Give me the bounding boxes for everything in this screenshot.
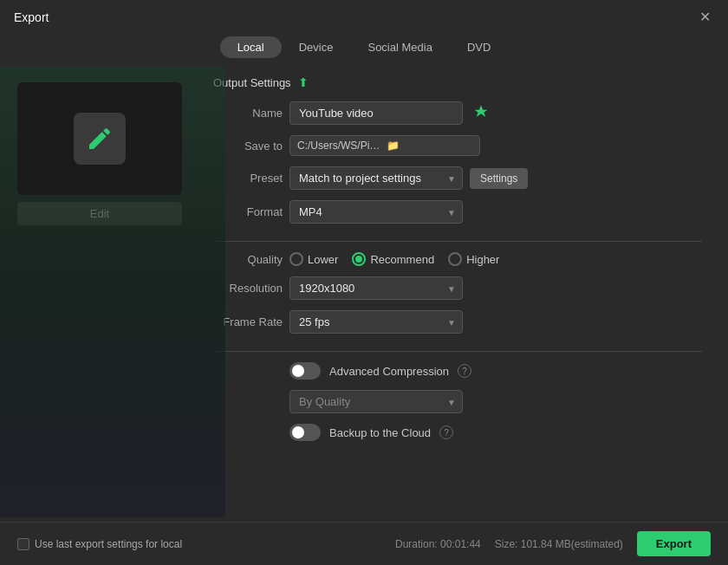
right-panel: Output Settings ⬆ Name Save to C:/Users/… — [205, 75, 711, 509]
advanced-compression-toggle[interactable] — [289, 362, 321, 380]
duration-info: Duration: 00:01:44 — [395, 538, 481, 550]
resolution-row: Resolution 1920x1080 ▼ — [213, 276, 702, 300]
radio-recommend — [352, 252, 366, 266]
name-row: Name — [213, 101, 702, 125]
preview-icon-container — [74, 113, 126, 165]
preset-select[interactable]: Match to project settings — [289, 166, 463, 190]
tab-bar: Local Device Social Media DVD — [0, 31, 728, 67]
resolution-select[interactable]: 1920x1080 — [289, 276, 463, 300]
format-select-wrap: MP4 ▼ — [289, 200, 463, 224]
title-bar: Export ✕ — [0, 0, 728, 31]
folder-icon[interactable]: 📁 — [387, 140, 472, 152]
ai-button[interactable] — [470, 102, 492, 124]
backup-cloud-row: Backup to the Cloud ? — [213, 424, 702, 441]
export-button[interactable]: Export — [637, 531, 711, 556]
divider-1 — [213, 241, 702, 242]
frame-rate-select[interactable]: 25 fps — [289, 310, 463, 334]
output-settings-header: Output Settings ⬆ — [213, 75, 702, 89]
last-export-label: Use last export settings for local — [35, 538, 182, 550]
last-export-checkbox[interactable] — [17, 538, 29, 550]
by-quality-select[interactable]: By Quality — [289, 390, 463, 413]
backup-cloud-label: Backup to the Cloud — [329, 426, 431, 439]
preset-select-wrap: Match to project settings ▼ — [289, 166, 463, 190]
path-value: C:/Users/WS/Pictures/marvel — [297, 140, 383, 152]
backup-cloud-toggle[interactable] — [289, 424, 321, 441]
quality-higher-label: Higher — [466, 253, 499, 266]
format-row: Format MP4 ▼ — [213, 200, 702, 224]
path-input[interactable]: C:/Users/WS/Pictures/marvel 📁 — [289, 135, 480, 156]
left-panel: Edit — [17, 75, 191, 513]
modal-title: Export — [14, 10, 49, 24]
quality-lower-label: Lower — [308, 253, 338, 266]
by-quality-select-wrap: By Quality ▼ — [289, 390, 463, 413]
frame-rate-select-wrap: 25 fps ▼ — [289, 310, 463, 334]
edit-pencil-icon — [86, 125, 114, 153]
radio-higher — [448, 252, 462, 266]
divider-2 — [213, 351, 702, 352]
advanced-compression-label: Advanced Compression — [329, 365, 449, 378]
save-to-row: Save to C:/Users/WS/Pictures/marvel 📁 — [213, 135, 702, 156]
radio-lower — [289, 252, 303, 266]
frame-rate-row: Frame Rate 25 fps ▼ — [213, 310, 702, 334]
name-input[interactable] — [289, 101, 463, 125]
tab-dvd[interactable]: DVD — [450, 36, 508, 58]
close-button[interactable]: ✕ — [696, 9, 714, 26]
settings-button[interactable]: Settings — [470, 168, 528, 189]
tab-local[interactable]: Local — [220, 36, 282, 58]
advanced-compression-row: Advanced Compression ? — [213, 362, 702, 380]
resolution-select-wrap: 1920x1080 ▼ — [289, 276, 463, 300]
quality-row: Quality Lower Recommend Higher — [213, 252, 702, 266]
size-info: Size: 101.84 MB(estimated) — [495, 538, 623, 550]
main-content: Edit Output Settings ⬆ Name Sav — [0, 67, 728, 522]
tab-social-media[interactable]: Social Media — [350, 36, 449, 58]
last-export-settings-wrap: Use last export settings for local — [17, 538, 182, 550]
footer: Use last export settings for local Durat… — [0, 522, 728, 565]
quality-lower-option[interactable]: Lower — [289, 252, 338, 266]
toggle-slider-compression — [289, 362, 321, 380]
quality-recommend-label: Recommend — [370, 253, 434, 266]
preview-thumbnail — [17, 82, 182, 195]
quality-radio-group: Lower Recommend Higher — [289, 252, 499, 266]
by-quality-row: By Quality ▼ — [213, 390, 702, 413]
output-settings-icon: ⬆ — [298, 75, 309, 89]
advanced-compression-help-icon[interactable]: ? — [458, 364, 471, 378]
quality-recommend-option[interactable]: Recommend — [352, 252, 434, 266]
export-modal: Export ✕ Local Device Social Media DVD E… — [0, 0, 728, 565]
backup-cloud-help-icon[interactable]: ? — [439, 425, 453, 439]
preset-row: Preset Match to project settings ▼ Setti… — [213, 166, 702, 190]
quality-higher-option[interactable]: Higher — [448, 252, 499, 266]
format-select[interactable]: MP4 — [289, 200, 463, 224]
toggle-slider-backup — [289, 424, 321, 441]
tab-device[interactable]: Device — [282, 36, 351, 58]
ai-icon — [473, 104, 489, 120]
